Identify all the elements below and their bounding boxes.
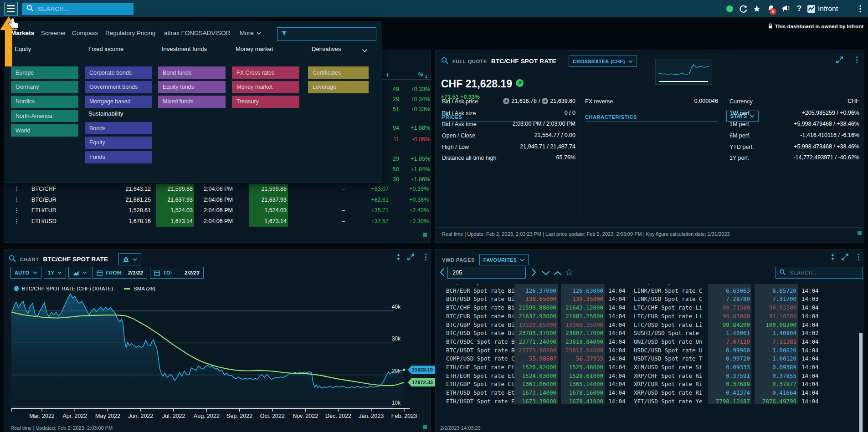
volume-dash: – xyxy=(323,207,345,213)
table-row[interactable]: ⋮BTC/EUR21,681.2521,637.932:04:06 PM21,6… xyxy=(4,195,431,206)
widget-kebab-menu-icon[interactable]: ⋮ xyxy=(853,56,861,64)
row-kebab-menu-icon[interactable]: ⋮ xyxy=(14,207,20,213)
vwd-terminal-table[interactable]: BCH/CHF Spot rate Bi126.75000127.0500014… xyxy=(440,284,862,404)
main-menu-button[interactable] xyxy=(4,2,18,15)
collapse-vertical-icon[interactable] xyxy=(395,253,402,263)
date-to-field[interactable]: TO: 2/2/23 xyxy=(150,267,204,279)
ask-value: 1.00120 xyxy=(754,355,796,362)
menu-tab-attrax-fondsadvisor[interactable]: attrax FONDSADVISOR xyxy=(164,30,231,36)
menu-item-north-america[interactable]: North-America xyxy=(11,110,78,122)
legend-item[interactable]: BTC/CHF SPOT RATE (CHF) (XRATE) xyxy=(14,286,113,291)
menu-tab-compass[interactable]: Compass xyxy=(72,30,98,36)
crossrates-dropdown[interactable]: CROSSRATES (CHF) xyxy=(569,56,637,67)
quote-search-icon[interactable] xyxy=(441,57,448,66)
bid-value: 23771.24000 xyxy=(514,338,556,345)
menu-item-world[interactable]: World xyxy=(11,124,78,137)
menu-tab-screener[interactable]: Screener xyxy=(41,30,66,36)
ask-value: 127.05000 xyxy=(561,284,603,285)
chart-type-dropdown[interactable] xyxy=(68,267,91,279)
favourite-star-icon[interactable]: ☆ xyxy=(565,267,574,278)
menu-item-leverage[interactable]: Leverage xyxy=(308,81,369,93)
instrument-name: XRP/CHF Spot rate Ri xyxy=(634,372,703,379)
menu-item-treasury[interactable]: Treasury xyxy=(232,96,299,108)
menu-item-certificates[interactable]: Certificates xyxy=(308,66,369,79)
price-chart[interactable]: 40k30k20k10kMar. 2022Apr. 2022May 2022Ju… xyxy=(4,293,431,422)
menu-tab-regulatory-pricing[interactable]: Regulatory Pricing xyxy=(105,30,155,36)
page-up-icon[interactable] xyxy=(553,269,562,278)
menu-item-sustainability-bonds[interactable]: Bonds xyxy=(85,122,152,134)
bid-value: 55.98607 xyxy=(514,355,556,362)
bid-value: 126.75000 xyxy=(514,284,556,285)
favourites-dropdown[interactable]: FAVOURITES xyxy=(479,254,529,265)
exchange-dropdown[interactable] xyxy=(118,253,141,265)
row-kebab-menu-icon[interactable]: ⋮ xyxy=(14,196,20,203)
bank-icon xyxy=(123,256,129,263)
menu-item-germany[interactable]: Germany xyxy=(11,81,78,93)
notifications-bell-icon[interactable]: 5 xyxy=(765,0,777,17)
table-row[interactable]: ⋮ETH/USD1,678.161,673.142:04:06 PM1,673.… xyxy=(4,216,431,227)
legend-item[interactable]: SMA (38) xyxy=(124,286,155,291)
instrument-name: COMP/USD Spot rate C xyxy=(446,355,515,362)
pct-column-header[interactable]: % ▲▼ xyxy=(405,71,428,79)
menu-item-mixed-funds[interactable]: Mixed funds xyxy=(158,96,226,108)
menu-item-nordics[interactable]: Nordics xyxy=(11,96,78,108)
range-dropdown[interactable]: 1Y xyxy=(44,267,66,279)
time: 2:04:06 PM xyxy=(187,197,233,203)
page-next-icon[interactable] xyxy=(531,268,537,279)
period-mode-dropdown[interactable]: AUTO xyxy=(10,267,41,279)
row-kebab-menu-icon[interactable]: ⋮ xyxy=(14,218,20,224)
expand-icon[interactable] xyxy=(836,56,843,66)
widget-kebab-menu-icon[interactable]: ⋮ xyxy=(855,253,863,261)
menu-item-sustainability-equity[interactable]: Equity xyxy=(85,137,152,149)
sort-icon[interactable]: ▲▼ xyxy=(386,72,389,77)
menu-filter-box[interactable] xyxy=(277,27,376,41)
change-value: +35.71 xyxy=(352,207,389,213)
last-price: CHF 21,628.19 xyxy=(441,78,512,90)
time: 2:04:06 PM xyxy=(187,186,233,192)
page-prev-icon[interactable] xyxy=(439,268,445,279)
help-icon[interactable]: ? xyxy=(794,0,805,17)
menu-filter-input[interactable] xyxy=(290,30,369,38)
row-kebab-menu-icon[interactable]: ⋮ xyxy=(14,185,20,192)
menu-item-mortgage-based[interactable]: Mortgage based xyxy=(85,96,152,108)
menu-item-corporate-bonds[interactable]: Corporate bonds xyxy=(85,66,152,79)
vwd-search-box[interactable] xyxy=(776,267,863,279)
refresh-icon[interactable] xyxy=(737,0,749,17)
widget-kebab-menu-icon[interactable]: ⋮ xyxy=(422,253,430,261)
table-row[interactable]: ⋮BTC/CHF21,643.1221,599.882:04:06 PM21,5… xyxy=(4,184,431,195)
chart-search-icon[interactable] xyxy=(9,255,16,264)
page-number-field[interactable] xyxy=(447,267,526,279)
date-from-field[interactable]: FROM: 2/1/22 xyxy=(92,267,147,279)
menu-item-fx-cross-rates[interactable]: FX Cross rates xyxy=(232,66,299,79)
announcements-megaphone-icon[interactable] xyxy=(779,0,792,17)
derivatives-collapse-chevron-icon[interactable] xyxy=(362,46,368,54)
menu-tab-more[interactable]: More xyxy=(240,30,261,36)
collapse-vertical-icon[interactable] xyxy=(829,253,836,263)
menu-item-sustainability-funds[interactable]: Funds xyxy=(85,151,152,163)
menu-item-government-bonds[interactable]: Government bonds xyxy=(85,81,152,93)
last-value: 21,643.12 xyxy=(105,186,151,192)
expand-icon[interactable] xyxy=(407,253,415,263)
favorites-star-icon[interactable]: ★ xyxy=(751,0,763,17)
last-value: 1,678.16 xyxy=(105,218,151,224)
vertical-scrollbar[interactable] xyxy=(859,333,863,432)
page-down-icon[interactable] xyxy=(541,269,550,278)
page-number-input[interactable] xyxy=(452,269,522,276)
ask-value: 21681.25000 xyxy=(561,313,603,320)
stream-indicator xyxy=(423,425,427,429)
menu-item-equity-funds[interactable]: Equity funds xyxy=(158,81,226,93)
search-input[interactable] xyxy=(37,5,121,13)
vwd-search-input[interactable] xyxy=(789,269,859,276)
topbar-kebab-menu-icon[interactable]: ⋮ xyxy=(856,0,865,17)
menu-item-europe[interactable]: Europe xyxy=(11,66,78,79)
menu-item-bond-funds[interactable]: Bond funds xyxy=(158,66,226,79)
bid-value: 0.99960 xyxy=(708,347,750,354)
menu-tab-markets[interactable]: Markets xyxy=(11,30,34,36)
expand-icon[interactable] xyxy=(841,253,849,263)
global-search[interactable] xyxy=(22,3,134,15)
stat-value: CHF xyxy=(755,98,859,104)
table-row[interactable]: ⋮ETH/EUR1,528.611,524.032:04:06 PM1,524.… xyxy=(4,205,431,216)
ask-value: 7876.49799 xyxy=(754,398,796,404)
notification-badge: 5 xyxy=(770,8,776,15)
menu-item-money-market[interactable]: Money market xyxy=(232,81,299,93)
